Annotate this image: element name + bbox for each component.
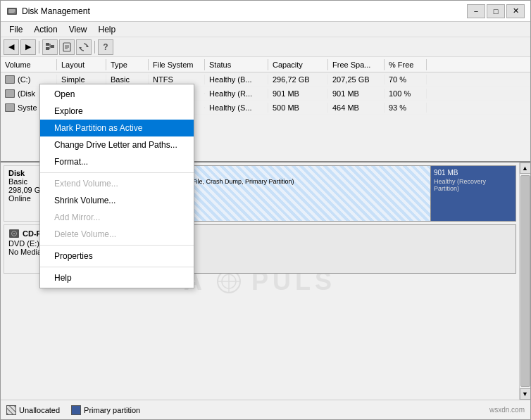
col-status: Status bbox=[205, 59, 268, 70]
ctx-extend: Extend Volume... bbox=[40, 175, 194, 192]
row1-capacity: 901 MB bbox=[268, 89, 328, 98]
ctx-explore[interactable]: Explore bbox=[40, 103, 194, 120]
col-freepct: % Free bbox=[385, 59, 427, 70]
row0-layout: Simple bbox=[57, 75, 106, 84]
ctx-sep-1 bbox=[40, 172, 194, 173]
svg-point-23 bbox=[222, 274, 236, 288]
col-type: Type bbox=[106, 59, 149, 70]
menu-view[interactable]: View bbox=[63, 23, 93, 36]
scroll-thumb[interactable] bbox=[520, 175, 530, 387]
svg-rect-17 bbox=[6, 76, 14, 83]
menu-file[interactable]: File bbox=[4, 23, 28, 36]
ctx-format[interactable]: Format... bbox=[40, 153, 194, 170]
ctx-mark-active[interactable]: Mark Partition as Active bbox=[40, 120, 194, 136]
disk-icon bbox=[5, 89, 15, 98]
row1-free: 901 MB bbox=[328, 89, 385, 98]
menu-help[interactable]: Help bbox=[93, 23, 122, 36]
app-icon bbox=[6, 6, 18, 17]
table-header: Volume Layout Type File System Status Ca… bbox=[1, 57, 530, 72]
svg-point-2 bbox=[14, 11, 16, 13]
back-button[interactable]: ◀ bbox=[4, 39, 19, 55]
vertical-scrollbar: ▲ ▼ bbox=[519, 163, 530, 400]
svg-rect-4 bbox=[46, 47, 49, 50]
properties-icon bbox=[62, 42, 72, 52]
title-text: Disk Management bbox=[22, 6, 90, 16]
ctx-help[interactable]: Help bbox=[40, 269, 194, 286]
row0-fs: NTFS bbox=[149, 75, 205, 84]
toolbar-separator-1 bbox=[39, 41, 39, 53]
scroll-down-button[interactable]: ▼ bbox=[520, 388, 531, 400]
row0-free: 207,25 GB bbox=[328, 75, 385, 84]
col-layout: Layout bbox=[57, 59, 106, 70]
row2-capacity: 500 MB bbox=[268, 103, 328, 113]
ctx-mirror: Add Mirror... bbox=[40, 209, 194, 226]
disk-icon bbox=[5, 75, 15, 84]
ctx-properties[interactable]: Properties bbox=[40, 248, 194, 265]
row0-volume: (C:) bbox=[1, 75, 57, 84]
tree-up-button[interactable] bbox=[42, 39, 58, 55]
forward-button[interactable]: ▶ bbox=[20, 39, 36, 55]
status-url: wsxdn.com bbox=[489, 406, 525, 414]
recovery-partition[interactable]: 901 MB Healthy (Recovery Partition) bbox=[431, 166, 516, 221]
row1-status: Healthy (R... bbox=[205, 89, 268, 98]
row0-type: Basic bbox=[106, 75, 149, 84]
row1-pct: 100 % bbox=[385, 89, 427, 98]
ctx-change-drive[interactable]: Change Drive Letter and Paths... bbox=[40, 136, 194, 153]
col-capacity: Capacity bbox=[268, 59, 328, 70]
row2-status: Healthy (S... bbox=[205, 103, 268, 113]
ctx-sep-2 bbox=[40, 245, 194, 246]
ctx-shrink[interactable]: Shrink Volume... bbox=[40, 192, 194, 209]
disk-icon bbox=[5, 103, 15, 112]
menu-bar: File Action View Help bbox=[1, 22, 530, 37]
properties-button[interactable] bbox=[59, 39, 75, 55]
legend-unallocated: Unallocated bbox=[6, 405, 60, 415]
ctx-open[interactable]: Open bbox=[40, 86, 194, 103]
scroll-up-button[interactable]: ▲ bbox=[520, 163, 531, 174]
svg-rect-21 bbox=[6, 104, 14, 111]
legend-primary: Primary partition bbox=[71, 405, 140, 415]
refresh-icon bbox=[79, 42, 89, 52]
content-area: Volume Layout Type File System Status Ca… bbox=[1, 57, 530, 400]
main-window: Disk Management − □ ✕ File Action View H… bbox=[0, 0, 531, 420]
title-buttons: − □ ✕ bbox=[467, 4, 525, 18]
row0-pct: 70 % bbox=[385, 75, 427, 84]
title-bar: Disk Management − □ ✕ bbox=[1, 1, 530, 22]
row0-status: Healthy (B... bbox=[205, 75, 268, 84]
refresh-button[interactable] bbox=[76, 39, 92, 55]
legend-box-primary bbox=[71, 405, 81, 415]
close-button[interactable]: ✕ bbox=[506, 4, 525, 18]
help-toolbar-button[interactable]: ? bbox=[98, 39, 113, 55]
row0-capacity: 296,72 GB bbox=[268, 75, 328, 84]
menu-action[interactable]: Action bbox=[28, 23, 63, 36]
col-freespace: Free Spa... bbox=[328, 59, 385, 70]
svg-rect-3 bbox=[46, 43, 49, 46]
context-menu: Open Explore Mark Partition as Active Ch… bbox=[39, 84, 194, 288]
partition-size-r: 901 MB bbox=[434, 169, 513, 177]
col-fs: File System bbox=[149, 59, 205, 70]
status-bar: Unallocated Primary partition wsxdn.com bbox=[1, 400, 530, 419]
tree-icon bbox=[45, 42, 55, 52]
svg-point-28 bbox=[13, 233, 15, 234]
row2-pct: 93 % bbox=[385, 103, 427, 113]
col-volume: Volume bbox=[1, 59, 57, 70]
cdrom-icon bbox=[8, 228, 20, 239]
legend-primary-label: Primary partition bbox=[84, 406, 140, 414]
svg-rect-19 bbox=[6, 90, 14, 97]
ctx-delete: Delete Volume... bbox=[40, 226, 194, 243]
ctx-sep-3 bbox=[40, 267, 194, 267]
toolbar: ◀ ▶ bbox=[1, 37, 530, 57]
legend-unallocated-label: Unallocated bbox=[19, 406, 60, 414]
legend-box-unallocated bbox=[6, 405, 16, 415]
toolbar-separator-2 bbox=[94, 41, 95, 53]
maximize-button[interactable]: □ bbox=[487, 4, 505, 18]
partition-status-r: Healthy (Recovery Partition) bbox=[434, 178, 513, 192]
svg-rect-5 bbox=[51, 45, 54, 48]
minimize-button[interactable]: − bbox=[467, 4, 485, 18]
row2-free: 464 MB bbox=[328, 103, 385, 113]
